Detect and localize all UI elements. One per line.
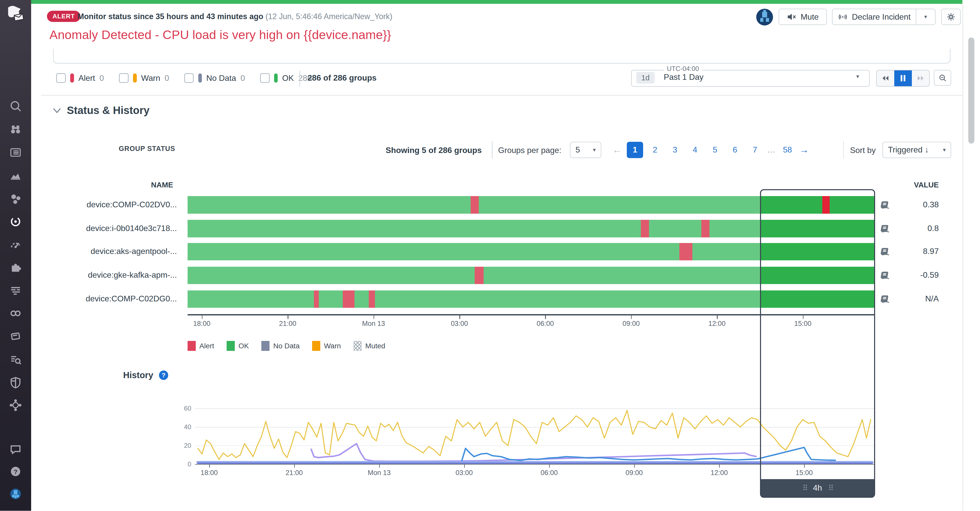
sidebar-item-dashboards[interactable] [9,146,22,159]
declare-incident-caret-button[interactable]: ▾ [916,9,935,25]
group-status-label: GROUP STATUS [119,145,175,153]
selection-footer[interactable]: ⠿ 4h ⠿ [761,479,874,497]
groups-summary: 286 of 286 groups [307,73,377,83]
status-segment [701,220,710,237]
groups-per-page-select[interactable]: 5 ▾ [570,142,601,158]
previous-page-arrow[interactable]: ← [612,144,622,155]
playback-controls [876,70,930,86]
axis-tick [717,316,718,319]
status-legend: AlertOKNo DataWarnMuted [188,341,385,351]
sidebar-item-watchdog[interactable] [9,122,22,136]
status-history-section-toggle[interactable]: Status & History [52,104,150,116]
status-pill [198,73,202,83]
axis-tick-label: 09:00 [625,469,643,477]
history-header: History ? [123,370,168,380]
page-title: Anomaly Detected - CPU load is very high… [49,27,391,42]
axis-tick [288,316,288,319]
filter-count: 0 [240,73,245,83]
y-axis-label: 0 [175,460,191,468]
declare-incident-label: Declare Incident [852,12,911,22]
legend-label: Alert [199,342,214,350]
sidebar-item-infrastructure[interactable] [9,192,22,206]
page-scrollbar[interactable] [968,38,974,144]
sidebar-item-logs[interactable] [9,284,22,297]
rewind-button[interactable] [877,70,894,86]
zoom-out-icon [938,73,947,83]
status-segment [188,243,760,260]
zoom-out-button[interactable] [934,70,951,86]
checkbox[interactable] [184,73,194,83]
sidebar-item-monitors-active[interactable] [9,215,22,229]
sort-select[interactable]: Triggered ↓ ▾ [883,142,951,158]
group-filter-input-partial[interactable] [53,49,950,63]
filter-item-warn[interactable]: Warn0 [119,73,169,83]
monitor-status-text: Monitor status since 35 hours and 43 min… [78,12,263,21]
sidebar-user-avatar[interactable] [9,487,22,501]
sidebar-item-metrics[interactable] [9,168,22,182]
group-name: device:COMP-C02DV0... [44,200,177,209]
group-value: -0.59 [888,270,939,280]
legend-item-ok: OK [227,341,249,351]
drag-handle-icon[interactable]: ⠿ [802,484,807,492]
filter-item-alert[interactable]: Alert0 [56,73,104,83]
filter-item-ok[interactable]: OK286 [260,73,312,83]
sidebar-item-search[interactable] [9,99,22,113]
axis-tick-label: 09:00 [622,320,640,328]
mute-button[interactable]: Mute [779,9,827,25]
sidebar-item-help[interactable]: ? [9,465,22,478]
checkbox[interactable] [56,73,66,83]
group-name: device:aks-agentpool-... [44,247,177,256]
legend-label: OK [239,342,249,350]
avatar[interactable] [756,9,773,25]
next-page-arrow[interactable]: → [799,144,809,155]
drag-handle-icon[interactable]: ⠿ [828,484,832,492]
sidebar-item-ci-pipelines[interactable] [9,306,22,320]
chevron-down-icon: ▾ [943,147,946,153]
status-segment [188,220,760,237]
sidebar-item-security[interactable] [9,375,22,389]
sidebar-item-apm-gauge[interactable] [9,238,22,252]
filter-item-no-data[interactable]: No Data0 [184,73,245,83]
status-segment [471,196,479,214]
filter-label: No Data [206,73,236,83]
sidebar-item-integrations[interactable] [9,261,22,275]
sidebar-item-notebooks[interactable] [9,330,22,343]
siren-icon [838,12,848,22]
legend-label: No Data [273,342,300,350]
axis-tick [719,465,720,468]
axis-tick [209,465,210,468]
page-button-7[interactable]: 7 [747,142,763,158]
datadog-logo-icon[interactable] [6,5,25,24]
filter-count: 0 [165,73,169,83]
axis-tick [631,316,632,319]
page-button-58[interactable]: 58 [780,142,796,158]
help-icon[interactable]: ? [159,370,169,380]
page-button-6[interactable]: 6 [727,142,743,158]
axis-tick [460,316,460,319]
checkbox[interactable] [260,73,270,83]
page-button-3[interactable]: 3 [667,142,683,158]
monitor-status-line: Monitor status since 35 hours and 43 min… [78,12,393,21]
page-button-2[interactable]: 2 [647,142,663,158]
fast-forward-button[interactable] [912,70,929,86]
timeframe-selection-box[interactable]: ⠿ 4h ⠿ [760,189,875,498]
sidebar-item-network[interactable] [9,398,22,412]
sidebar-item-support-chat[interactable] [9,442,22,456]
group-value: 8.97 [888,247,939,256]
page-button-5[interactable]: 5 [707,142,723,158]
page-button-1[interactable]: 1 [627,142,643,158]
status-segment [188,267,760,284]
declare-incident-button[interactable]: Declare Incident [832,9,917,25]
pause-button[interactable] [894,70,912,86]
page-buttons: 1234567…58 [627,142,795,158]
checkbox[interactable] [119,73,129,83]
value-column-header: VALUE [876,181,939,189]
chevron-down-icon: ▾ [856,73,859,80]
filter-count: 0 [100,73,104,83]
chevron-down-icon [52,107,61,114]
status-segment [369,290,375,308]
y-axis-label: 40 [175,423,191,431]
sidebar-item-log-explorer[interactable] [9,353,22,367]
settings-button[interactable] [941,9,961,25]
page-button-4[interactable]: 4 [687,142,703,158]
